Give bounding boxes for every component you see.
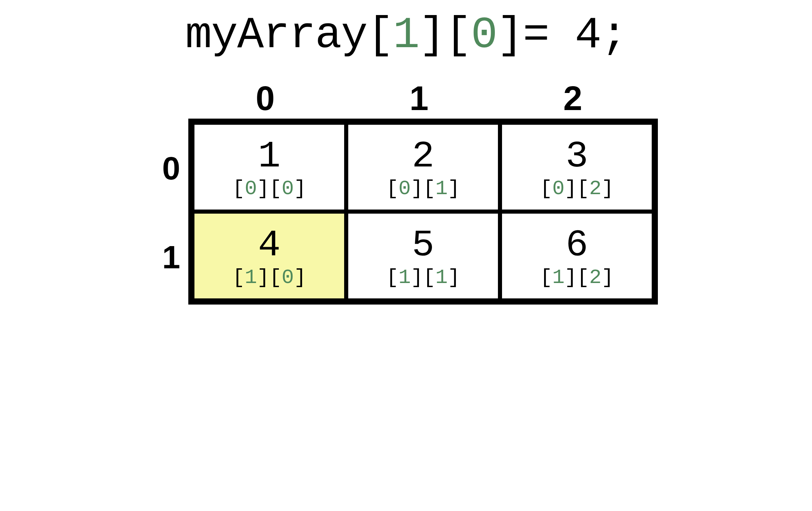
cell-0-1: 2[0][1] — [346, 123, 500, 212]
cell-index: [1][0] — [232, 266, 306, 289]
cell-index: [0][0] — [232, 177, 306, 200]
cell-value: 4 — [258, 227, 281, 264]
cell-value: 1 — [258, 138, 281, 175]
title-mid1: ][ — [419, 10, 471, 60]
array-grid-container: 0 1 0 1 2 1[0][0]2[0][1]3[0][2]4[1][0]5[… — [154, 78, 658, 305]
row-label-0: 0 — [154, 124, 188, 213]
cell-1-2: 6[1][2] — [500, 212, 654, 300]
cell-0-2: 3[0][2] — [500, 123, 654, 212]
title-mid2: ]= — [497, 10, 575, 60]
row-labels: 0 1 — [154, 78, 188, 301]
col-label-1: 1 — [342, 78, 496, 119]
cell-index: [0][1] — [386, 177, 460, 200]
title-suffix: ; — [601, 10, 627, 60]
cell-value: 2 — [412, 138, 434, 175]
col-label-0: 0 — [188, 78, 342, 119]
title-prefix: myArray[ — [185, 10, 393, 60]
cell-index: [0][2] — [540, 177, 614, 200]
cell-0-0: 1[0][0] — [192, 123, 346, 212]
cell-1-1: 5[1][1] — [346, 212, 500, 300]
title-index-row: 1 — [393, 10, 419, 60]
array-grid: 1[0][0]2[0][1]3[0][2]4[1][0]5[1][1]6[1][… — [188, 119, 658, 305]
row-label-1: 1 — [154, 213, 188, 301]
cell-value: 3 — [566, 138, 588, 175]
cell-1-0: 4[1][0] — [192, 212, 346, 300]
cell-index: [1][1] — [386, 266, 460, 289]
code-expression: myArray[1][0]= 4; — [185, 10, 627, 60]
title-value: 4 — [575, 10, 601, 60]
cell-index: [1][2] — [540, 266, 614, 289]
cell-value: 5 — [412, 227, 434, 264]
table-wrapper: 0 1 2 1[0][0]2[0][1]3[0][2]4[1][0]5[1][1… — [188, 78, 658, 305]
column-labels: 0 1 2 — [188, 78, 658, 119]
col-label-2: 2 — [496, 78, 650, 119]
cell-value: 6 — [566, 227, 588, 264]
title-index-col: 0 — [471, 10, 497, 60]
